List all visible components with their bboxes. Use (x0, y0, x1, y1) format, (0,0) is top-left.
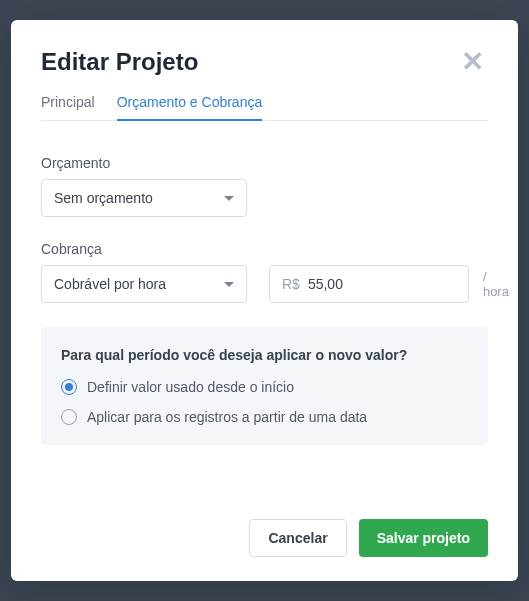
modal-title: Editar Projeto (41, 48, 198, 76)
budget-select[interactable]: Sem orçamento (41, 179, 247, 217)
tab-budget-billing[interactable]: Orçamento e Cobrança (117, 94, 263, 120)
modal-header: Editar Projeto ✕ (41, 48, 488, 76)
hourly-rate-input[interactable]: R$ / hora (269, 265, 469, 303)
tabs: Principal Orçamento e Cobrança (41, 94, 488, 121)
rate-value-field[interactable] (308, 276, 483, 292)
radio-icon (61, 379, 77, 395)
modal-body: Orçamento Sem orçamento Cobrança Cobráve… (41, 121, 488, 507)
cancel-button[interactable]: Cancelar (249, 519, 346, 557)
radio-option-from-date[interactable]: Aplicar para os registros a partir de um… (61, 409, 468, 425)
budget-select-value: Sem orçamento (54, 190, 153, 206)
radio-icon (61, 409, 77, 425)
edit-project-modal: Editar Projeto ✕ Principal Orçamento e C… (11, 20, 518, 581)
radio-label: Aplicar para os registros a partir de um… (87, 409, 367, 425)
modal-footer: Cancelar Salvar projeto (41, 507, 488, 557)
save-button[interactable]: Salvar projeto (359, 519, 488, 557)
chevron-down-icon (224, 282, 234, 287)
close-button[interactable]: ✕ (457, 48, 488, 76)
period-panel: Para qual período você deseja aplicar o … (41, 327, 488, 445)
budget-label: Orçamento (41, 155, 488, 171)
rate-suffix: / hora (483, 269, 509, 299)
radio-label: Definir valor usado desde o início (87, 379, 294, 395)
billing-row: Cobrável por hora R$ / hora (41, 265, 488, 303)
billing-select[interactable]: Cobrável por hora (41, 265, 247, 303)
radio-option-from-start[interactable]: Definir valor usado desde o início (61, 379, 468, 395)
currency-prefix: R$ (282, 276, 300, 292)
billing-label: Cobrança (41, 241, 488, 257)
billing-field-group: Cobrança Cobrável por hora R$ / hora (41, 241, 488, 303)
chevron-down-icon (224, 196, 234, 201)
close-icon: ✕ (461, 46, 484, 77)
budget-field-group: Orçamento Sem orçamento (41, 155, 488, 217)
period-title: Para qual período você deseja aplicar o … (61, 347, 468, 363)
tab-main[interactable]: Principal (41, 94, 95, 120)
billing-select-value: Cobrável por hora (54, 276, 166, 292)
